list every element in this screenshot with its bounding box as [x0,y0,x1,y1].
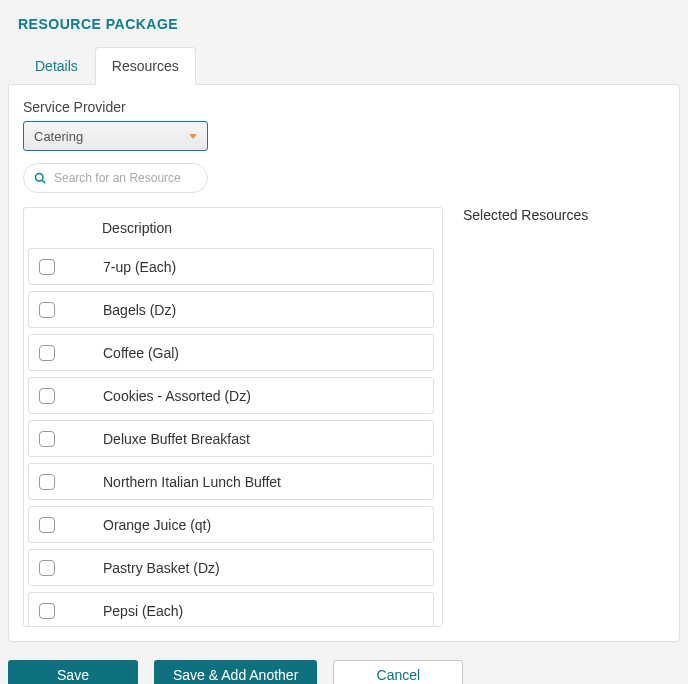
list-item: Pepsi (Each) [28,592,434,626]
tabs: Details Resources [8,46,680,84]
list-item-description: Bagels (Dz) [103,302,433,318]
checkbox[interactable] [39,517,55,533]
selected-resources-label: Selected Resources [463,207,665,223]
list-item: Deluxe Buffet Breakfast [28,420,434,457]
checkbox[interactable] [39,259,55,275]
search-container [23,163,208,193]
list-item: 7-up (Each) [28,248,434,285]
checkbox[interactable] [39,431,55,447]
tab-resources[interactable]: Resources [95,47,196,85]
panel-resources: Service Provider Catering Description 7-… [8,84,680,642]
list-item-description: Coffee (Gal) [103,345,433,361]
save-button[interactable]: Save [8,660,138,684]
list-body[interactable]: 7-up (Each)Bagels (Dz)Coffee (Gal)Cookie… [24,248,442,626]
list-item-description: Pastry Basket (Dz) [103,560,433,576]
list-item: Coffee (Gal) [28,334,434,371]
search-input[interactable] [52,170,197,186]
checkbox[interactable] [39,345,55,361]
resource-list: Description 7-up (Each)Bagels (Dz)Coffee… [23,207,443,627]
list-item-description: Deluxe Buffet Breakfast [103,431,433,447]
list-item-description: Cookies - Assorted (Dz) [103,388,433,404]
checkbox[interactable] [39,474,55,490]
cancel-button[interactable]: Cancel [333,660,463,684]
checkbox[interactable] [39,560,55,576]
tab-details[interactable]: Details [18,47,95,85]
checkbox[interactable] [39,388,55,404]
list-item: Pastry Basket (Dz) [28,549,434,586]
list-item-description: Pepsi (Each) [103,603,433,619]
service-provider-dropdown[interactable]: Catering [23,121,208,151]
list-item-description: Orange Juice (qt) [103,517,433,533]
list-item: Bagels (Dz) [28,291,434,328]
list-item-description: 7-up (Each) [103,259,433,275]
list-item-description: Northern Italian Lunch Buffet [103,474,433,490]
search-icon [34,172,46,184]
list-header-description: Description [102,220,442,236]
svg-line-1 [42,180,45,183]
checkbox[interactable] [39,302,55,318]
checkbox[interactable] [39,603,55,619]
service-provider-label: Service Provider [23,99,665,115]
service-provider-value: Catering [34,129,83,144]
page-title: RESOURCE PACKAGE [8,8,680,46]
list-item: Orange Juice (qt) [28,506,434,543]
save-add-another-button[interactable]: Save & Add Another [154,660,317,684]
chevron-down-icon [189,134,197,139]
list-item: Northern Italian Lunch Buffet [28,463,434,500]
footer-buttons: Save Save & Add Another Cancel [8,642,680,684]
list-item: Cookies - Assorted (Dz) [28,377,434,414]
svg-point-0 [36,174,44,182]
